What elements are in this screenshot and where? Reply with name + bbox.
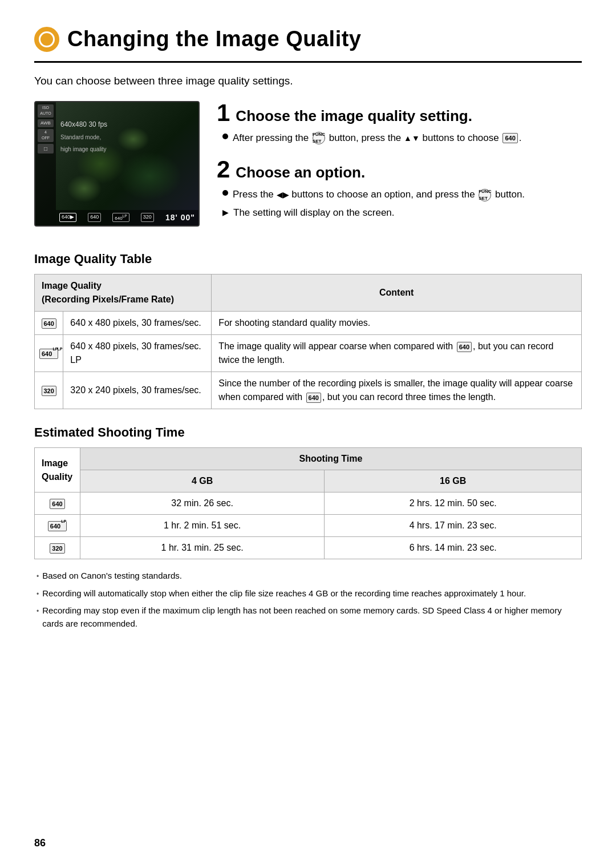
step-2-bullet-1: Press the ◀▶ buttons to choose an option… [222, 187, 582, 202]
iq-row3-pixels: 320 x 240 pixels, 30 frames/sec. [63, 372, 212, 409]
est-row3-4gb: 1 hr. 31 min. 25 sec. [80, 537, 325, 559]
bullet-circle-icon [222, 134, 228, 139]
step-2-bullets: Press the ◀▶ buttons to choose an option… [217, 187, 582, 220]
step-2-bullet-2-text: The setting will display on the screen. [233, 205, 395, 220]
cam-res-320: 320 [141, 213, 154, 222]
footnote-1-text: Based on Canon's testing standards. [42, 570, 182, 583]
iq-row3-icon: 320 [35, 372, 63, 409]
step-2: 2 Choose an option. Press the ◀▶ buttons… [217, 158, 582, 220]
iq-320-badge: 320 [42, 386, 56, 397]
camera-bg: ISOAUTO AWB 4OFF □ 640x480 30 fps Standa… [35, 102, 198, 225]
iq-640lp-badge: 640LP [39, 349, 58, 360]
step-2-bullet-2: ▶ The setting will display on the screen… [222, 205, 582, 220]
step-1-bullet-1: After pressing the FUNCSET button, press… [222, 131, 582, 146]
iq-table-section: Image Quality Table Image Quality (Recor… [34, 249, 582, 409]
est-row3-icon: 320 [35, 537, 80, 559]
est-4gb-header: 4 GB [80, 470, 325, 492]
camera-overlay-text: 640x480 30 fps Standard mode, high image… [60, 119, 107, 154]
camera-bottom-bar: 640▶ 640 640LP 320 18' 00" [56, 210, 198, 225]
camera-time: 18' 00" [165, 212, 195, 224]
camera-mode1: Standard mode, [60, 133, 107, 142]
step-1: 1 Choose the image quality setting. Afte… [217, 101, 582, 146]
image-quality-table: Image Quality (Recording Pixels/Frame Ra… [34, 274, 582, 409]
iq-row2-pixels: 640 x 480 pixels, 30 frames/sec. LP [63, 335, 212, 372]
iq-row1-pixels: 640 x 480 pixels, 30 frames/sec. [63, 312, 212, 335]
iq-col1-header: Image Quality (Recording Pixels/Frame Ra… [35, 274, 212, 312]
est-row3-16gb: 6 hrs. 14 min. 23 sec. [325, 537, 582, 559]
bullet-circle-icon-2 [222, 190, 228, 196]
iq-row2-content: The image quality will appear coarse whe… [212, 335, 582, 372]
cam-res-640lp: 640LP [112, 213, 129, 223]
iq-row3-content: Since the number of the recording pixels… [212, 372, 582, 409]
page-title-bar: Changing the Image Quality [34, 23, 582, 63]
footnote-1: • Based on Canon's testing standards. [34, 570, 582, 583]
func-set-button-badge: FUNCSET [313, 132, 325, 144]
step-2-bullet-1-text: Press the ◀▶ buttons to choose an option… [233, 187, 525, 202]
est-row1-16gb: 2 hrs. 12 min. 50 sec. [325, 492, 582, 515]
cam-iso-icon: ISOAUTO [38, 104, 54, 118]
est-row1-icon: 640 [35, 492, 80, 515]
camera-mode2: high image quality [60, 145, 107, 154]
camera-sidebar: ISOAUTO AWB 4OFF □ [35, 102, 56, 225]
est-row1-4gb: 32 min. 26 sec. [80, 492, 325, 515]
steps-container: 1 Choose the image quality setting. Afte… [217, 101, 582, 233]
est-320-badge: 320 [50, 543, 64, 554]
iq-640-badge-1: 640 [42, 318, 56, 329]
est-row-1: 640 32 min. 26 sec. 2 hrs. 12 min. 50 se… [35, 492, 582, 515]
step-1-number: 1 [217, 101, 230, 125]
iq-table-header-row: Image Quality (Recording Pixels/Frame Ra… [35, 274, 582, 312]
footnote-2-text: Recording will automatically stop when e… [42, 587, 526, 600]
step-1-bullets: After pressing the FUNCSET button, press… [217, 131, 582, 146]
page-title: Changing the Image Quality [67, 23, 362, 55]
main-content: ISOAUTO AWB 4OFF □ 640x480 30 fps Standa… [34, 101, 582, 233]
est-header-row-2: 4 GB 16 GB [35, 470, 582, 492]
iq-col2-header: Content [212, 274, 582, 312]
footnote-bullet-2: • [37, 589, 39, 599]
footnote-bullet-1: • [37, 571, 39, 582]
footnote-3-text: Recording may stop even if the maximum c… [42, 604, 582, 630]
est-640lp-badge: 640LP [48, 521, 67, 532]
iq-table-row-3: 320 320 x 240 pixels, 30 frames/sec. Sin… [35, 372, 582, 409]
est-16gb-header: 16 GB [325, 470, 582, 492]
camera-fps: 640x480 30 fps [60, 119, 107, 130]
intro-text: You can choose between three image quali… [34, 73, 582, 90]
cam-mode-icon: □ [38, 144, 54, 154]
arrow-updown-icon: ▲▼ [404, 134, 420, 143]
est-st-header: Shooting Time [80, 448, 582, 470]
footnote-3: • Recording may stop even if the maximum… [34, 604, 582, 630]
res-640-badge: 640 [502, 133, 517, 144]
iq-table-row-2: 640LP 640 x 480 pixels, 30 frames/sec. L… [35, 335, 582, 372]
iq-row1-content: For shooting standard quality movies. [212, 312, 582, 335]
arrow-right-icon: ▶ [222, 207, 229, 219]
shooting-time-table: Image Quality Shooting Time 4 GB 16 GB 6… [34, 447, 582, 559]
iq-row1-icon: 640 [35, 312, 63, 335]
est-row-3: 320 1 hr. 31 min. 25 sec. 6 hrs. 14 min.… [35, 537, 582, 559]
cam-flash-icon: 4OFF [38, 129, 54, 142]
est-row2-16gb: 4 hrs. 17 min. 23 sec. [325, 515, 582, 537]
iq-table-row-1: 640 640 x 480 pixels, 30 frames/sec. For… [35, 312, 582, 335]
est-iq-header: Image Quality [35, 448, 80, 492]
est-header-row-1: Image Quality Shooting Time [35, 448, 582, 470]
step-1-header: 1 Choose the image quality setting. [217, 101, 582, 127]
func-set-button-badge-2: FUNCSET [479, 189, 491, 201]
est-section-title: Estimated Shooting Time [34, 423, 582, 442]
inline-640-ref-2: 640 [306, 393, 321, 403]
step-1-title: Choose the image quality setting. [236, 105, 472, 127]
footnote-bullet-3: • [37, 606, 39, 616]
footnotes: • Based on Canon's testing standards. • … [34, 570, 582, 630]
est-row-2: 640LP 1 hr. 2 min. 51 sec. 4 hrs. 17 min… [35, 515, 582, 537]
iq-section-title: Image Quality Table [34, 249, 582, 268]
inline-640-ref-1: 640 [457, 342, 472, 353]
step-1-bullet-1-text: After pressing the FUNCSET button, press… [233, 131, 522, 146]
arrow-lr-icon: ◀▶ [277, 190, 289, 199]
footnote-2: • Recording will automatically stop when… [34, 587, 582, 600]
cam-res-640-active: 640▶ [59, 213, 76, 222]
est-row2-icon: 640LP [35, 515, 80, 537]
page-number: 86 [34, 835, 46, 851]
est-640-badge: 640 [50, 499, 64, 510]
est-table-section: Estimated Shooting Time Image Quality Sh… [34, 423, 582, 559]
step-2-header: 2 Choose an option. [217, 158, 582, 184]
title-icon-inner [39, 31, 55, 47]
cam-awb-icon: AWB [38, 119, 54, 127]
camera-screen: ISOAUTO AWB 4OFF □ 640x480 30 fps Standa… [34, 101, 200, 227]
